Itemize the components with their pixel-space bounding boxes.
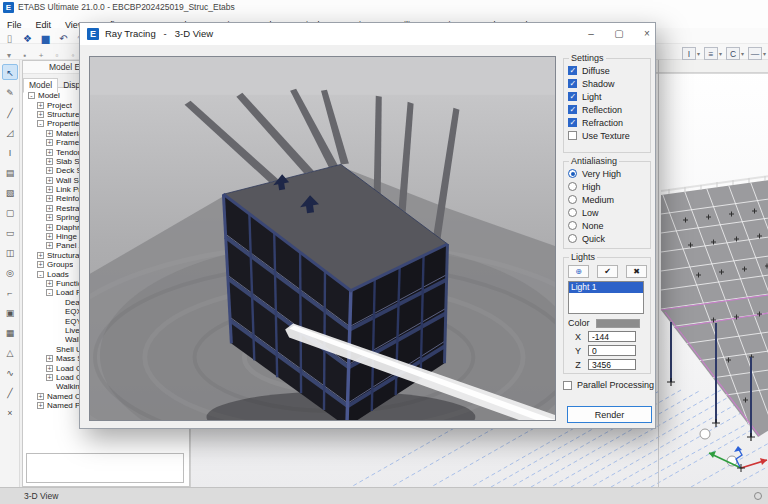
- tree-expander-icon[interactable]: +: [37, 111, 44, 118]
- draw-tool-button[interactable]: ⌐: [2, 284, 18, 300]
- light-tool-button[interactable]: ✖: [626, 265, 647, 278]
- section-tool-icon[interactable]: C: [726, 47, 740, 60]
- parallel-processing-row[interactable]: Parallel Processing: [563, 380, 654, 390]
- chevron-down-icon[interactable]: ▾: [697, 51, 700, 57]
- setting-row[interactable]: Light: [568, 90, 650, 103]
- draw-tool-button[interactable]: ◎: [2, 264, 18, 280]
- tree-expander-icon[interactable]: +: [46, 280, 53, 287]
- antialiasing-option[interactable]: Quick: [568, 232, 650, 245]
- draw-tool-button[interactable]: ▦: [2, 324, 18, 340]
- tree-expander-icon[interactable]: +: [46, 130, 53, 137]
- chevron-down-icon[interactable]: ▾: [719, 51, 722, 57]
- light-color-swatch[interactable]: [596, 319, 640, 328]
- setting-row[interactable]: Shadow: [568, 77, 650, 90]
- tree-expander-icon[interactable]: +: [46, 214, 53, 221]
- draw-tool-button[interactable]: ✎: [2, 84, 18, 100]
- tree-expander-icon[interactable]: +: [46, 374, 53, 381]
- checkbox-icon[interactable]: [568, 92, 577, 101]
- setting-row[interactable]: Diffuse: [568, 64, 650, 77]
- close-button[interactable]: ×: [634, 23, 660, 44]
- draw-tool-button[interactable]: I: [2, 144, 18, 160]
- antialiasing-option[interactable]: Medium: [568, 193, 650, 206]
- radio-icon[interactable]: [568, 169, 577, 178]
- tree-expander-icon[interactable]: +: [46, 186, 53, 193]
- draw-tool-button[interactable]: ▢: [2, 204, 18, 220]
- tree-expander-icon[interactable]: +: [46, 205, 53, 212]
- tree-expander-icon[interactable]: +: [46, 177, 53, 184]
- radio-icon[interactable]: [568, 182, 577, 191]
- setting-row[interactable]: Use Texture: [568, 129, 650, 142]
- tree-expander-icon[interactable]: +: [37, 402, 44, 409]
- coordinate-input[interactable]: [588, 345, 636, 356]
- draw-tool-button[interactable]: ╱: [2, 384, 18, 400]
- draw-tool-button[interactable]: ▤: [2, 164, 18, 180]
- antialiasing-option[interactable]: Low: [568, 206, 650, 219]
- tree-expander-icon[interactable]: +: [37, 393, 44, 400]
- draw-tool-button[interactable]: ▣: [2, 304, 18, 320]
- chevron-down-icon[interactable]: ▾: [741, 51, 744, 57]
- coordinate-input[interactable]: [588, 359, 636, 370]
- settings-group: Settings Diffuse Shadow Light: [563, 53, 651, 153]
- tree-expander-icon[interactable]: -: [46, 289, 53, 296]
- draw-tool-button[interactable]: ×: [2, 404, 18, 420]
- radio-icon[interactable]: [568, 221, 577, 230]
- tree-expander-icon[interactable]: +: [46, 242, 53, 249]
- slab-plan: [661, 176, 768, 487]
- draw-tool-button[interactable]: ▧: [2, 184, 18, 200]
- tree-expander-icon[interactable]: +: [46, 233, 53, 240]
- section-tool-icon[interactable]: I: [682, 47, 696, 60]
- radio-icon[interactable]: [568, 234, 577, 243]
- setting-label: Refraction: [582, 118, 623, 128]
- chevron-down-icon[interactable]: ▾: [763, 51, 766, 57]
- tree-expander-icon[interactable]: -: [37, 120, 44, 127]
- settings-group-label: Settings: [569, 53, 606, 63]
- checkbox-icon[interactable]: [568, 131, 577, 140]
- setting-row[interactable]: Reflection: [568, 103, 650, 116]
- draw-tool-button[interactable]: △: [2, 344, 18, 360]
- units-icon[interactable]: [754, 492, 762, 500]
- tree-expander-icon[interactable]: +: [46, 167, 53, 174]
- tree-expander-icon[interactable]: +: [46, 158, 53, 165]
- section-tool-icon[interactable]: —: [748, 47, 762, 60]
- minimize-button[interactable]: –: [578, 23, 604, 44]
- checkbox-icon[interactable]: [568, 79, 577, 88]
- tree-expander-icon[interactable]: +: [46, 195, 53, 202]
- checkbox-icon[interactable]: [568, 66, 577, 75]
- antialiasing-option[interactable]: Very High: [568, 167, 650, 180]
- maximize-button[interactable]: ▢: [606, 23, 632, 44]
- lights-list[interactable]: Light 1: [568, 281, 644, 314]
- tree-expander-icon[interactable]: -: [37, 271, 44, 278]
- antialiasing-label: None: [582, 221, 604, 231]
- light-tool-button[interactable]: ✔: [597, 265, 618, 278]
- tree-expander-icon[interactable]: +: [46, 149, 53, 156]
- draw-tool-button[interactable]: ↖: [2, 64, 18, 80]
- render-button[interactable]: Render: [567, 406, 652, 423]
- tree-expander-icon[interactable]: +: [37, 102, 44, 109]
- tree-expander-icon[interactable]: +: [37, 252, 44, 259]
- coordinate-input[interactable]: [588, 331, 636, 342]
- light-tool-button[interactable]: ⊕: [568, 265, 589, 278]
- draw-tool-button[interactable]: ╱: [2, 104, 18, 120]
- tree-expander-icon[interactable]: +: [37, 261, 44, 268]
- antialiasing-option[interactable]: High: [568, 180, 650, 193]
- tree-expander-icon[interactable]: +: [46, 355, 53, 362]
- draw-tool-button[interactable]: ▭: [2, 224, 18, 240]
- tree-expander-icon[interactable]: +: [46, 139, 53, 146]
- tree-expander-icon[interactable]: +: [46, 365, 53, 372]
- draw-tool-button[interactable]: ◫: [2, 244, 18, 260]
- checkbox-icon[interactable]: [568, 105, 577, 114]
- radio-icon[interactable]: [568, 208, 577, 217]
- section-tool-icon[interactable]: ≡: [704, 47, 718, 60]
- radio-icon[interactable]: [568, 195, 577, 204]
- antialiasing-option[interactable]: None: [568, 219, 650, 232]
- light-list-item[interactable]: Light 1: [569, 282, 643, 293]
- setting-row[interactable]: Refraction: [568, 116, 650, 129]
- lights-toolbar: ⊕✔✖: [568, 265, 648, 278]
- draw-tool-button[interactable]: ◿: [2, 124, 18, 140]
- checkbox-icon[interactable]: [568, 118, 577, 127]
- checkbox-icon[interactable]: [563, 381, 572, 390]
- tree-expander-icon[interactable]: -: [28, 92, 35, 99]
- dialog-titlebar[interactable]: E Ray Tracing - 3-D View – ▢ ×: [80, 23, 655, 45]
- tree-expander-icon[interactable]: +: [46, 224, 53, 231]
- draw-tool-button[interactable]: ∿: [2, 364, 18, 380]
